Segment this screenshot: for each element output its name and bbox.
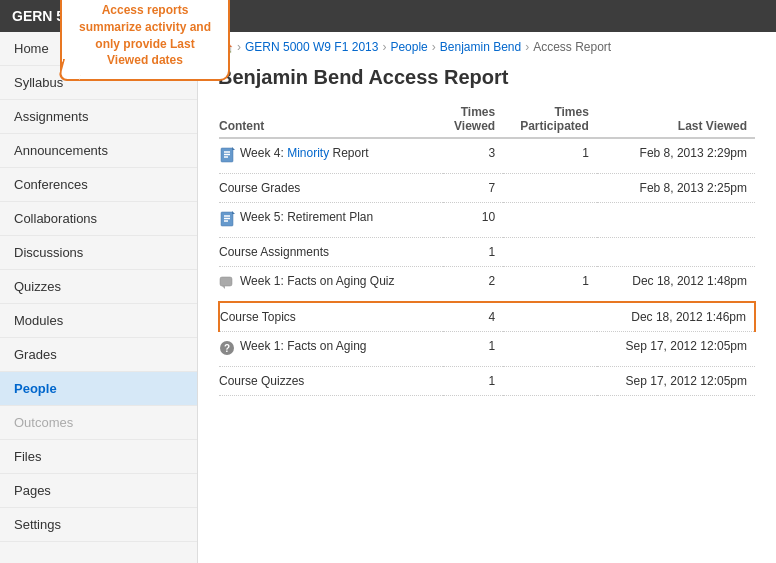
sidebar-item-files[interactable]: Files [0,440,197,474]
svg-text:?: ? [224,343,230,354]
cell-times-viewed: 10 [443,203,503,238]
content-text: Week 1: Facts on Aging Quiz [240,274,395,288]
content-text: Week 5: Retirement Plan [240,210,373,224]
sidebar-item-assignments[interactable]: Assignments [0,100,197,134]
page-title: Benjamin Bend Access Report [218,66,756,89]
table-body: Week 4: Minority Report31Feb 8, 2013 2:2… [219,138,755,396]
breadcrumb: 🏠 › GERN 5000 W9 F1 2013 › People › Benj… [218,32,756,60]
breadcrumb-sep4: › [525,40,529,54]
table-row: Course Topics4Dec 18, 2012 1:46pm [219,302,755,332]
sidebar-item-quizzes[interactable]: Quizzes [0,270,197,304]
sidebar-item-settings[interactable]: Settings [0,508,197,542]
cell-last-viewed: Dec 18, 2012 1:48pm [597,267,755,303]
cell-times-viewed: 7 [443,174,503,203]
table-row: Course Grades7Feb 8, 2013 2:25pm [219,174,755,203]
quiz-icon: ? [219,340,235,356]
sidebar: HomeSyllabusAssignmentsAnnouncementsConf… [0,32,198,563]
sidebar-item-conferences[interactable]: Conferences [0,168,197,202]
breadcrumb-people[interactable]: People [390,40,427,54]
assignment-icon [219,211,235,227]
cell-times-participated [503,332,597,367]
cell-times-viewed: 1 [443,238,503,267]
cell-times-participated: 1 [503,267,597,303]
cell-content: Week 4: Minority Report [219,138,443,174]
svg-marker-9 [232,211,235,214]
sidebar-item-modules[interactable]: Modules [0,304,197,338]
cell-content: Week 5: Retirement PlanAccess reports su… [219,203,443,238]
cell-times-participated [503,367,597,396]
cell-times-participated [503,174,597,203]
breadcrumb-current: Access Report [533,40,611,54]
content-link[interactable]: Minority [287,146,329,160]
cell-times-participated [503,238,597,267]
cell-content: Course Topics [219,302,443,332]
content-area: 🏠 › GERN 5000 W9 F1 2013 › People › Benj… [198,32,776,563]
table-row: Week 4: Minority Report31Feb 8, 2013 2:2… [219,138,755,174]
cell-times-participated [503,203,597,238]
sidebar-item-announcements[interactable]: Announcements [0,134,197,168]
sidebar-item-pages[interactable]: Pages [0,474,197,508]
cell-content: Course Quizzes [219,367,443,396]
table-row: Week 5: Retirement PlanAccess reports su… [219,203,755,238]
breadcrumb-sep1: › [237,40,241,54]
cell-last-viewed: Dec 18, 2012 1:46pm [597,302,755,332]
cell-times-participated [503,302,597,332]
content-text: Week 1: Facts on Aging [240,339,367,353]
table-row: Week 1: Facts on Aging Quiz21Dec 18, 201… [219,267,755,303]
cell-times-viewed: 1 [443,332,503,367]
content-text: Week 4: Minority Report [240,146,369,160]
cell-last-viewed: Sep 17, 2012 12:05pm [597,332,755,367]
table-row: ? Week 1: Facts on Aging1Sep 17, 2012 12… [219,332,755,367]
cell-times-viewed: 1 [443,367,503,396]
cell-times-viewed: 2 [443,267,503,303]
cell-last-viewed: Feb 8, 2013 2:29pm [597,138,755,174]
content-text: Course Quizzes [219,374,304,388]
table-row: Course Quizzes1Sep 17, 2012 12:05pm [219,367,755,396]
sidebar-item-discussions[interactable]: Discussions [0,236,197,270]
cell-content: ? Week 1: Facts on Aging [219,332,443,367]
callout-box: Access reports summarize activity and on… [198,32,230,81]
col-times-viewed: TimesViewed [443,101,503,138]
assignment-icon [219,147,235,163]
content-text: Course Assignments [219,245,329,259]
cell-times-participated: 1 [503,138,597,174]
sidebar-item-outcomes: Outcomes [0,406,197,440]
cell-content: Course Assignments [219,238,443,267]
cell-content: Week 1: Facts on Aging Quiz [219,267,443,303]
breadcrumb-sep3: › [432,40,436,54]
breadcrumb-course[interactable]: GERN 5000 W9 F1 2013 [245,40,378,54]
content-text: Course Topics [220,310,296,324]
sidebar-item-people[interactable]: People [0,372,197,406]
cell-times-viewed: 3 [443,138,503,174]
cell-last-viewed: Sep 17, 2012 12:05pm [597,367,755,396]
cell-last-viewed [597,238,755,267]
sidebar-item-grades[interactable]: Grades [0,338,197,372]
table-row: Course Assignments1 [219,238,755,267]
breadcrumb-sep2: › [382,40,386,54]
main-layout: HomeSyllabusAssignmentsAnnouncementsConf… [0,32,776,563]
svg-marker-11 [222,286,225,289]
col-times-participated: TimesParticipated [503,101,597,138]
cell-times-viewed: 4 [443,302,503,332]
cell-content: Course Grades [219,174,443,203]
cell-last-viewed [597,203,755,238]
sidebar-item-collaborations[interactable]: Collaborations [0,202,197,236]
content-text: Course Grades [219,181,300,195]
col-content: Content [219,101,443,138]
col-last-viewed: Last Viewed [597,101,755,138]
discussion-icon [219,275,235,291]
breadcrumb-person[interactable]: Benjamin Bend [440,40,521,54]
access-table: Content TimesViewed TimesParticipated La… [218,101,756,396]
svg-marker-4 [232,147,235,150]
cell-last-viewed: Feb 8, 2013 2:25pm [597,174,755,203]
svg-rect-10 [220,277,232,286]
